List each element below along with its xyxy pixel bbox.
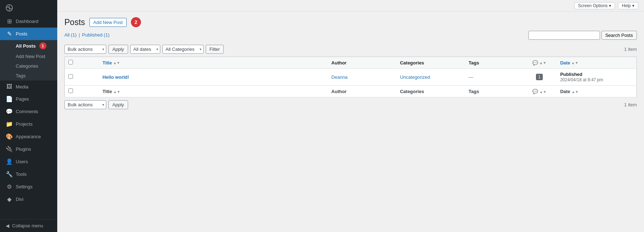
row-author-cell: Deanna (328, 69, 396, 86)
tfoot-checkbox (65, 86, 99, 97)
comments-sort-link-footer[interactable]: 💬 ▲▼ (532, 89, 546, 94)
tfoot-title: Title ▲▼ (99, 86, 328, 97)
table-row: Hello world! Deanna Uncategorized — 1 (65, 69, 637, 86)
add-new-post-button[interactable]: Add New Post (89, 18, 127, 27)
sidebar-item-label: Comments (16, 109, 38, 114)
sidebar-item-label: Dashboard (16, 19, 39, 24)
sidebar-subitem-categories[interactable]: Categories (0, 61, 57, 71)
tfoot-author: Author (328, 86, 396, 97)
sidebar-item-tools[interactable]: 🔧 Tools (0, 168, 57, 180)
bulk-actions-select-bottom[interactable]: Bulk actions Edit Move to Trash (64, 100, 106, 109)
settings-icon: ⚙ (6, 183, 13, 190)
sidebar-item-pages[interactable]: 📄 Pages (0, 93, 57, 105)
all-dates-select[interactable]: All dates (130, 45, 160, 54)
plugins-icon: 🔌 (6, 146, 13, 153)
select-all-checkbox[interactable] (68, 60, 73, 64)
sidebar-item-settings[interactable]: ⚙ Settings (0, 180, 57, 193)
separator: | (79, 32, 80, 38)
post-status-filter: All (1) | Published (1) (64, 32, 109, 38)
th-categories: Categories (396, 57, 465, 69)
published-filter[interactable]: Published (1) (82, 32, 109, 38)
sidebar-item-label: Plugins (16, 146, 31, 152)
sort-icon: ▲▼ (571, 90, 579, 94)
date-sort-link[interactable]: Date ▲▼ (560, 60, 579, 66)
sidebar-item-plugins[interactable]: 🔌 Plugins (0, 143, 57, 155)
title-sort-link-footer[interactable]: Title ▲▼ (102, 89, 120, 94)
sidebar-item-label: Divi (16, 197, 24, 202)
sidebar-item-media[interactable]: 🖼 Media (0, 81, 57, 93)
category-link[interactable]: Uncategorized (400, 74, 430, 80)
item-count-bottom: 1 item (624, 102, 637, 107)
sidebar-item-label: Appearance (16, 134, 41, 139)
row-date-cell: Published 2024/04/18 at 8:47 pm (557, 69, 637, 86)
sidebar-item-label: Tools (16, 171, 26, 177)
th-date: Date ▲▼ (557, 57, 637, 69)
comment-count-badge[interactable]: 1 (536, 74, 543, 80)
tfoot-categories: Categories (396, 86, 465, 97)
users-icon: 👤 (6, 158, 13, 165)
filter-button-top[interactable]: Filter (206, 45, 224, 54)
row-checkbox[interactable] (68, 74, 73, 79)
chevron-down-icon: ▾ (632, 3, 634, 8)
sort-icon: ▲▼ (113, 61, 120, 65)
item-count-top: 1 item (624, 47, 637, 52)
pages-icon: 📄 (6, 96, 13, 102)
content-area: Posts Add New Post 2 All (1) | Published… (57, 11, 644, 232)
sidebar-item-projects[interactable]: 📁 Projects (0, 118, 57, 130)
all-categories-select[interactable]: All Categories (162, 45, 204, 54)
post-title-link[interactable]: Hello world! (102, 74, 129, 80)
sidebar-item-divi[interactable]: ◆ Divi (0, 193, 57, 206)
search-posts-button[interactable]: Search Posts (601, 31, 637, 40)
sidebar-item-dashboard[interactable]: ⊞ Dashboard (0, 15, 57, 28)
bulk-apply-button-bottom[interactable]: Apply (108, 100, 128, 109)
row-categories-cell: Uncategorized (396, 69, 465, 86)
comment-icon: 💬 (532, 89, 538, 94)
sidebar-item-label: Pages (16, 96, 29, 102)
sidebar-item-label: Media (16, 84, 28, 90)
collapse-label: Collapse menu (12, 223, 43, 228)
row-checkbox-cell (65, 69, 99, 86)
toolbar-left: Bulk actions Edit Move to Trash ▾ Apply … (64, 45, 224, 54)
th-checkbox (65, 57, 99, 69)
row-tags-cell: — (465, 69, 522, 86)
sidebar-logo (0, 0, 57, 15)
all-posts-badge: 1 (39, 42, 47, 49)
tfoot-date: Date ▲▼ (557, 86, 637, 97)
bulk-apply-button-top[interactable]: Apply (108, 45, 128, 54)
post-date: 2024/04/18 at 8:47 pm (560, 77, 603, 82)
select-all-footer-checkbox[interactable] (68, 88, 73, 93)
collapse-menu-button[interactable]: ◀ Collapse menu (0, 219, 57, 232)
bottom-toolbar-left: Bulk actions Edit Move to Trash ▾ Apply (64, 100, 128, 109)
bulk-actions-select[interactable]: Bulk actions Edit Move to Trash (64, 45, 106, 54)
sidebar-subitem-tags[interactable]: Tags (0, 71, 57, 81)
search-posts-input[interactable] (528, 31, 600, 40)
comment-icon: 💬 (532, 60, 538, 66)
sidebar-item-appearance[interactable]: 🎨 Appearance (0, 130, 57, 143)
all-categories-wrap: All Categories ▾ (162, 45, 204, 54)
sidebar-item-posts[interactable]: ✎ Posts (0, 28, 57, 40)
media-icon: 🖼 (6, 83, 13, 90)
page-title: Posts (64, 18, 85, 27)
author-link[interactable]: Deanna (331, 74, 348, 80)
title-sort-link[interactable]: Title ▲▼ (102, 60, 120, 66)
date-sort-link-footer[interactable]: Date ▲▼ (560, 89, 579, 94)
sidebar-item-label: Projects (16, 121, 33, 127)
sidebar-item-comments[interactable]: 💬 Comments (0, 105, 57, 118)
sidebar-subitem-add-new-post[interactable]: Add New Post (0, 52, 57, 61)
bulk-actions-bottom-wrap: Bulk actions Edit Move to Trash ▾ (64, 100, 106, 109)
row-title-cell: Hello world! (99, 69, 328, 86)
sort-icon: ▲▼ (539, 61, 546, 65)
help-button[interactable]: Help ▾ (618, 2, 638, 9)
bottom-toolbar: Bulk actions Edit Move to Trash ▾ Apply … (64, 100, 637, 109)
sidebar-subitem-all-posts[interactable]: All Posts 1 (0, 40, 57, 52)
comments-sort-link[interactable]: 💬 ▲▼ (532, 60, 546, 66)
sidebar-item-users[interactable]: 👤 Users (0, 155, 57, 168)
th-author: Author (328, 57, 396, 69)
all-posts-filter[interactable]: All (1) (64, 32, 77, 38)
topbar: Screen Options ▾ Help ▾ (57, 0, 644, 11)
posts-table: Title ▲▼ Author Categories Tags (64, 57, 637, 97)
post-status: Published (560, 72, 582, 77)
dashboard-icon: ⊞ (6, 18, 13, 25)
screen-options-button[interactable]: Screen Options ▾ (574, 2, 615, 9)
tfoot-tags: Tags (465, 86, 522, 97)
